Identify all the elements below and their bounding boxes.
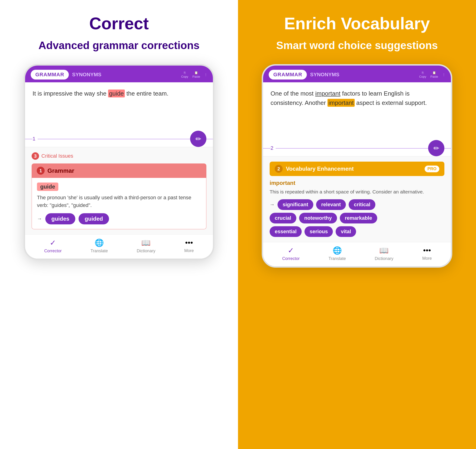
left-panel-subtitle: Advanced grammar corrections xyxy=(39,39,200,52)
right-more-nav-label: More xyxy=(422,256,432,261)
vocab-chip-vital[interactable]: vital xyxy=(336,226,356,237)
corrector-nav-label: Corrector xyxy=(44,248,62,253)
nav-corrector[interactable]: ✓ Corrector xyxy=(44,238,62,253)
vocab-chip-remarkable[interactable]: remarkable xyxy=(340,213,377,224)
right-more-icon[interactable]: ⋮ xyxy=(442,73,445,76)
right-corrector-check-icon: ✓ xyxy=(288,246,294,255)
right-panel-subtitle: Smart word choice suggestions xyxy=(276,39,438,52)
right-text-3: aspect is external support. xyxy=(356,99,427,106)
issues-badge: 3 xyxy=(32,152,39,160)
pro-badge: PRO xyxy=(425,166,439,172)
suggestion-chip-1[interactable]: guides xyxy=(45,213,75,224)
divider-line xyxy=(25,139,213,139)
right-edit-fab-button[interactable]: ✏ xyxy=(428,140,444,156)
edit-fab-button[interactable]: ✏ xyxy=(190,131,206,147)
right-divider-number: 2 xyxy=(271,145,276,151)
underlined-important: important xyxy=(315,90,340,97)
vocab-chip-noteworthy[interactable]: noteworthy xyxy=(299,213,337,224)
right-copy-icon[interactable]: ⎘ Copy xyxy=(419,71,426,78)
grammar-body: guide The pronoun 'she' is usually used … xyxy=(32,178,206,229)
right-more-dots-icon: ••• xyxy=(423,246,431,255)
left-topbar: GRAMMAR SYNONYMS ⎘ Copy 📋 Paste ⋮ xyxy=(25,66,213,82)
right-nav-more[interactable]: ••• More xyxy=(422,246,432,261)
left-phone-mockup: GRAMMAR SYNONYMS ⎘ Copy 📋 Paste ⋮ It is … xyxy=(24,64,214,260)
vocab-section-title: Vocabulary Enhancement xyxy=(286,166,421,172)
right-divider: 2 ✏ xyxy=(263,140,451,156)
vocab-description: This is repeated within a short space of… xyxy=(270,188,444,196)
highlighted-important: important xyxy=(328,99,354,107)
issues-label: Critical Issues xyxy=(41,153,73,159)
translate-icon: 🌐 xyxy=(95,238,104,247)
left-bottom-nav: ✓ Corrector 🌐 Translate 📖 Dictionary •••… xyxy=(25,234,213,259)
vocab-chip-serious[interactable]: serious xyxy=(305,226,333,237)
left-spacer xyxy=(25,103,213,131)
error-word-chip: guide xyxy=(37,183,58,191)
right-translate-nav-label: Translate xyxy=(329,256,346,261)
right-nav-corrector[interactable]: ✓ Corrector xyxy=(282,246,300,261)
vocab-chip-essential[interactable]: essential xyxy=(270,226,302,237)
vocab-chip-relevant[interactable]: relevant xyxy=(316,199,346,210)
more-dots-icon: ••• xyxy=(185,238,193,247)
dictionary-icon: 📖 xyxy=(141,238,151,247)
right-bottom-nav: ✓ Corrector 🌐 Translate 📖 Dictionary •••… xyxy=(263,242,451,266)
more-icon[interactable]: ⋮ xyxy=(204,73,207,76)
error-word-highlight: guide xyxy=(108,90,125,98)
suggestions-row: → guides guided xyxy=(37,213,201,224)
synonyms-tab[interactable]: SYNONYMS xyxy=(72,72,101,78)
left-text-block: It is impressive the way she guide the e… xyxy=(33,89,205,98)
right-text-1: One of the most xyxy=(271,90,313,97)
right-topbar: GRAMMAR SYNONYMS ⎘ Copy 📋 Paste ⋮ xyxy=(263,66,451,82)
grammar-header: 1 Grammar xyxy=(32,163,206,178)
left-panel: Correct Advanced grammar corrections GRA… xyxy=(0,0,238,449)
grammar-description: The pronoun 'she' is usually used with a… xyxy=(37,194,201,209)
vocab-suggestions-row-3: essential serious vital xyxy=(270,226,444,237)
right-paste-icon[interactable]: 📋 Paste xyxy=(431,71,438,78)
grammar-num-badge: 1 xyxy=(37,167,45,175)
vocab-suggestions-row-1: → significant relevant critical xyxy=(270,199,444,210)
more-nav-label: More xyxy=(184,248,194,253)
text-before-highlight: It is impressive the way she xyxy=(33,90,107,97)
corrector-check-icon: ✓ xyxy=(50,238,56,247)
nav-translate[interactable]: 🌐 Translate xyxy=(91,238,108,253)
right-dictionary-nav-label: Dictionary xyxy=(375,256,393,261)
translate-nav-label: Translate xyxy=(91,248,108,253)
topbar-icons: ⎘ Copy 📋 Paste ⋮ xyxy=(181,71,207,78)
right-divider-line xyxy=(263,148,451,149)
right-dictionary-icon: 📖 xyxy=(379,246,389,255)
vocab-chip-critical[interactable]: critical xyxy=(349,199,375,210)
right-corrector-nav-label: Corrector xyxy=(282,256,300,261)
divider-number: 1 xyxy=(33,136,38,142)
text-after-highlight: the entire team. xyxy=(126,90,169,97)
nav-dictionary[interactable]: 📖 Dictionary xyxy=(137,238,155,253)
right-synonyms-tab[interactable]: SYNONYMS xyxy=(310,72,339,78)
right-grammar-tab[interactable]: GRAMMAR xyxy=(269,70,307,80)
left-phone-content: It is impressive the way she guide the e… xyxy=(25,82,213,103)
vocab-arrow-label: → xyxy=(270,201,275,208)
left-divider: 1 ✏ xyxy=(25,131,213,147)
grammar-tab[interactable]: GRAMMAR xyxy=(31,70,69,80)
suggestion-chip-2[interactable]: guided xyxy=(79,213,109,224)
grammar-section-title: Grammar xyxy=(47,167,74,174)
right-nav-translate[interactable]: 🌐 Translate xyxy=(329,246,346,261)
paste-icon[interactable]: 📋 Paste xyxy=(193,71,200,78)
vocab-suggestions-row-2: crucial noteworthy remarkable xyxy=(270,213,444,224)
vocab-header: 2 Vocabulary Enhancement PRO xyxy=(270,161,444,176)
vocab-count-badge: 2 xyxy=(275,165,283,173)
right-topbar-icons: ⎘ Copy 📋 Paste ⋮ xyxy=(419,71,445,78)
nav-more[interactable]: ••• More xyxy=(184,238,194,253)
issues-count-row: 3 Critical Issues xyxy=(32,152,206,160)
vocab-chip-crucial[interactable]: crucial xyxy=(270,213,296,224)
right-panel: Enrich Vocabulary Smart word choice sugg… xyxy=(238,0,476,449)
issues-panel: 3 Critical Issues 1 Grammar guide The pr… xyxy=(25,147,213,234)
right-nav-dictionary[interactable]: 📖 Dictionary xyxy=(375,246,393,261)
copy-icon[interactable]: ⎘ Copy xyxy=(181,71,188,78)
arrow-label: → xyxy=(37,216,42,222)
dictionary-nav-label: Dictionary xyxy=(137,248,155,253)
right-spacer xyxy=(263,112,451,140)
left-panel-title: Correct xyxy=(89,14,149,33)
right-phone-content: One of the most important factors to lea… xyxy=(263,82,451,112)
vocab-chip-significant[interactable]: significant xyxy=(278,199,313,210)
vocab-word: important xyxy=(270,180,444,186)
right-phone-mockup: GRAMMAR SYNONYMS ⎘ Copy 📋 Paste ⋮ One of… xyxy=(262,64,452,268)
right-panel-title: Enrich Vocabulary xyxy=(284,14,430,33)
